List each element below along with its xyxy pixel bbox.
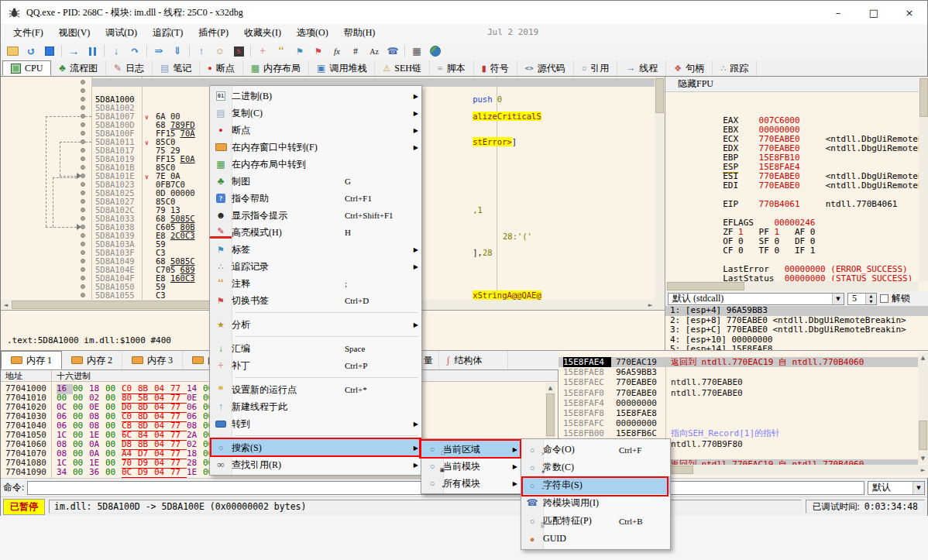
view-tab[interactable]: 调用堆栈 (309, 60, 375, 76)
toolbar-button[interactable] (384, 43, 401, 59)
context-menu-item[interactable]: 标签 (210, 241, 421, 258)
command-profile-combo[interactable]: 默认▼ (868, 481, 925, 495)
context-menu-item[interactable] (210, 309, 421, 316)
context-menu-item[interactable]: 汇编 Space (210, 340, 421, 357)
submenu-item[interactable]: 跨模块调用(I) (521, 494, 670, 512)
toolbar-button[interactable] (230, 43, 247, 59)
view-tab[interactable]: 脚本 (430, 60, 474, 76)
toolbar-button[interactable] (254, 43, 271, 59)
context-menu-item[interactable]: 补丁 Ctrl+P (210, 357, 421, 374)
stack-row[interactable]: 15E8FAF8 15E8FAE8 (559, 408, 918, 418)
toolbar-button[interactable] (193, 43, 210, 59)
struct-tab[interactable]: 结构体 (438, 351, 508, 369)
context-menu-item[interactable]: 转到 (210, 415, 421, 432)
view-tab[interactable]: 跟踪 (713, 60, 757, 76)
context-menu-item[interactable]: 设置新的运行点 Ctrl+* (210, 381, 421, 398)
menu-bar-item[interactable]: 视图(V) (51, 25, 98, 41)
context-menu-item[interactable]: 高亮模式(H) H (210, 224, 421, 241)
dump-tab[interactable]: 内存 2 (62, 351, 122, 369)
toolbar-button[interactable] (291, 43, 308, 59)
view-tab[interactable]: 源代码 (517, 60, 574, 76)
menu-bar-item[interactable]: 调试(D) (98, 25, 145, 41)
stack-row[interactable]: 15E8FAEC 770EABE0 ntdll.770EABE0 (559, 377, 918, 387)
view-tab[interactable]: SEH链 (375, 60, 430, 76)
context-menu-item[interactable]: 分析 (210, 316, 421, 333)
toolbar-button[interactable] (150, 43, 167, 59)
toolbar-button[interactable] (366, 43, 383, 59)
spinner-arrows-icon[interactable]: ▲▼ (865, 294, 876, 304)
minimize-button[interactable]: – (820, 1, 856, 24)
maximize-button[interactable]: □ (856, 1, 892, 24)
toolbar-button[interactable] (126, 43, 143, 59)
chevron-down-icon[interactable]: ▼ (913, 482, 924, 494)
toolbar-button[interactable] (22, 43, 40, 59)
context-menu-item[interactable]: 追踪记录 (210, 258, 421, 275)
stack-row[interactable]: 15E8FAE4 770EAC19 返回到 ntdll.770EAC19 自 n… (559, 357, 918, 367)
context-menu-item[interactable]: 显示指令提示 Ctrl+Shift+F1 (210, 207, 421, 224)
submenu-item[interactable]: 当前区域 (421, 441, 521, 458)
submenu-item[interactable]: 所有模块 (421, 475, 521, 492)
menu-bar-item[interactable]: 收藏夹(I) (236, 25, 289, 41)
context-menu-item[interactable]: 切换书签 Ctrl+D (210, 292, 421, 309)
stack-row[interactable]: 15E8FAFC 00000000 (559, 418, 918, 428)
context-menu-item[interactable]: 复制(C) (210, 105, 421, 122)
view-tab[interactable]: 笔记 (153, 60, 200, 76)
submenu-item[interactable]: 匹配特征(P) Ctrl+B (521, 512, 670, 530)
context-menu-item[interactable]: 制图 G (210, 173, 421, 190)
context-menu-item[interactable]: 新建线程于此 (210, 398, 421, 415)
context-menu-item[interactable] (210, 333, 421, 340)
toolbar-button[interactable] (408, 43, 425, 59)
context-menu-item[interactable]: 在内存布局中转到 (210, 156, 421, 173)
view-tab[interactable]: 内存布局 (243, 60, 309, 76)
toolbar-button[interactable] (108, 43, 125, 59)
toolbar-button[interactable] (328, 43, 345, 59)
menu-bar-item[interactable]: 文件(F) (5, 25, 51, 41)
view-tab[interactable]: 句柄 (666, 60, 713, 76)
view-tab[interactable]: 流程图 (51, 60, 106, 76)
menu-bar-item[interactable]: 帮助(H) (336, 25, 383, 41)
toolbar-button[interactable] (84, 43, 101, 59)
context-menu-item[interactable]: 搜索(S) (210, 439, 421, 456)
submenu-item[interactable]: 常数(C) (521, 459, 670, 476)
stack-vscrollbar[interactable]: ▲ ▼ (918, 352, 928, 463)
checkbox-icon[interactable] (880, 294, 888, 303)
view-tab[interactable]: 线程 (617, 60, 666, 76)
view-tab[interactable]: 断点 (200, 60, 242, 76)
disasm-vscrollbar[interactable] (655, 77, 665, 300)
toolbar-button[interactable] (427, 43, 444, 59)
dump-tab[interactable]: 内存 1 (1, 351, 62, 369)
toolbar-button[interactable] (347, 43, 364, 59)
hide-fpu-button[interactable]: 隐藏FPU (665, 77, 928, 92)
context-menu-item[interactable]: 二进制(B) (210, 88, 421, 105)
register-line[interactable]: EAX 007C6000 (672, 98, 928, 107)
submenu-item[interactable]: 字符串(S) (521, 476, 670, 494)
unlock-checkbox[interactable]: 解锁 (880, 292, 910, 305)
view-tab[interactable]: 符号 (474, 60, 517, 76)
context-menu-item[interactable] (210, 374, 421, 381)
argument-row[interactable]: 3: [esp+C] 770EABE0 <ntdll.DbgUiRemoteBr… (665, 325, 928, 335)
toolbar-button[interactable] (310, 43, 327, 59)
stack-row[interactable]: 15E8FAF0 770EABE0 ntdll.770EABE0 (559, 388, 918, 398)
dump-tab[interactable]: 内存 3 (122, 351, 183, 369)
context-menu-item[interactable] (210, 432, 421, 439)
toolbar-button[interactable] (273, 43, 290, 59)
view-tab[interactable]: 引用 (574, 60, 618, 76)
context-menu-item[interactable]: 注释 ; (210, 275, 421, 292)
menu-bar-item[interactable]: 选项(O) (289, 25, 336, 41)
context-menu-item[interactable]: 在内存窗口中转到(F) (210, 139, 421, 156)
argument-count-spinner[interactable]: 5 ▲▼ (847, 293, 877, 305)
calling-convention-combo[interactable]: 默认 (stdcall)▼ (668, 293, 844, 305)
view-tab[interactable]: CPU (2, 60, 51, 76)
chevron-down-icon[interactable]: ▼ (832, 294, 844, 304)
registers-vscrollbar[interactable] (919, 77, 928, 281)
submenu-item[interactable]: GUID (521, 530, 670, 548)
toolbar-button[interactable] (4, 43, 21, 59)
submenu-item[interactable]: 命令(O) Ctrl+F (521, 441, 670, 459)
stack-row[interactable]: 15E8FB00 15E8FB6C 指向SEH_Record[1]的指针 (559, 428, 918, 438)
context-menu-item[interactable]: 查找引用(R) (210, 456, 421, 473)
registers-hscrollbar[interactable] (665, 281, 918, 291)
context-menu-item[interactable]: 断点 (210, 122, 421, 139)
close-button[interactable]: × (892, 1, 927, 24)
stack-row[interactable]: 15E8FAF4 00000000 (559, 398, 918, 408)
menu-bar-item[interactable]: 追踪(T) (145, 25, 191, 41)
